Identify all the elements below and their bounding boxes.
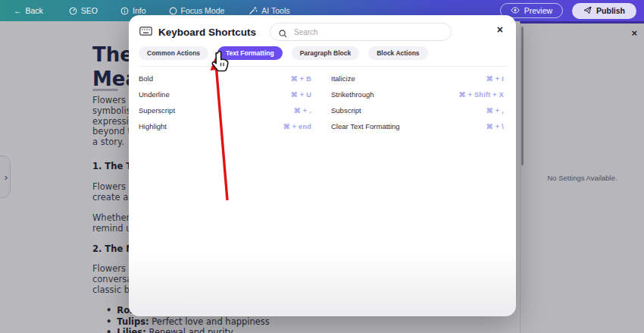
shortcut-list: Bold ⌘ + B Italicize ⌘ + I Underline ⌘ +… [139, 71, 504, 134]
shortcut-row-underline: Underline ⌘ + U [139, 86, 311, 102]
shortcut-row-strikethrough: Strikethrough ⌘ + Shift + X [331, 86, 504, 102]
info-icon [120, 7, 129, 15]
shortcut-action: Underline [139, 90, 170, 99]
modal-title: Keyboard Shortcuts [158, 27, 256, 38]
keyboard-shortcuts-modal: Keyboard Shortcuts × Common Actions Text… [129, 15, 516, 316]
ai-tools-button[interactable]: AI Tools [249, 6, 289, 15]
seo-label: SEO [81, 6, 98, 15]
shortcut-action: Highlight [139, 122, 167, 130]
shortcut-keys: ⌘ + Shift + X [459, 91, 504, 99]
paper-plane-icon [583, 6, 592, 16]
shortcut-row-subscript: Subscript ⌘ + , [331, 102, 504, 118]
focus-mode-label: Focus Mode [181, 6, 225, 15]
tab-common-actions[interactable]: Common Actions [139, 46, 208, 60]
info-label: Info [133, 6, 146, 15]
shortcut-row-highlight: Highlight ⌘ + end [139, 118, 311, 134]
shortcut-action: Italicize [331, 74, 355, 83]
shortcut-row-clear-formatting: Clear Text Formatting ⌘ + \ [331, 118, 504, 134]
shortcut-keys: ⌘ + \ [486, 123, 504, 130]
modal-title-group: Keyboard Shortcuts [139, 25, 256, 39]
tab-text-formatting[interactable]: Text Formatting [217, 46, 283, 60]
search-input[interactable] [270, 23, 452, 41]
publish-label: Publish [596, 6, 625, 15]
ai-tools-label: AI Tools [261, 6, 289, 15]
shortcut-action: Superscript [139, 106, 175, 115]
seo-button[interactable]: SEO [69, 6, 98, 15]
focus-mode-icon [169, 7, 177, 15]
modal-close-icon[interactable]: × [497, 24, 503, 35]
tab-paragraph-block[interactable]: Paragraph Block [292, 46, 360, 60]
search-icon [279, 27, 287, 41]
shortcut-keys: ⌘ + U [291, 91, 311, 99]
keyboard-icon [139, 25, 152, 39]
back-button[interactable]: ← Back [14, 6, 43, 15]
shortcut-row-bold: Bold ⌘ + B [139, 71, 311, 86]
shortcut-action: Bold [139, 74, 153, 83]
shortcut-action: Subscript [331, 106, 361, 115]
tab-block-actions[interactable]: Block Actions [368, 46, 427, 60]
shortcut-row-superscript: Superscript ⌘ + . [139, 102, 311, 118]
shortcut-row-italicize: Italicize ⌘ + I [331, 71, 504, 86]
shortcut-action: Strikethrough [331, 90, 374, 99]
shortcut-keys: ⌘ + , [486, 107, 504, 115]
seo-icon [69, 7, 77, 15]
preview-label: Preview [524, 6, 552, 15]
shortcut-keys: ⌘ + . [294, 107, 311, 115]
back-label: Back [26, 6, 43, 15]
shortcut-action: Clear Text Formatting [331, 122, 400, 130]
ai-tools-wand-icon [249, 6, 258, 15]
shortcut-keys: ⌘ + I [486, 75, 504, 83]
info-button[interactable]: Info [120, 6, 146, 15]
shortcut-keys: ⌘ + end [283, 123, 311, 130]
tabs-divider [139, 66, 506, 67]
shortcut-keys: ⌘ + B [291, 75, 311, 83]
eye-icon [511, 6, 520, 15]
toolbar-right-group: Preview Publish [500, 3, 636, 19]
focus-mode-button[interactable]: Focus Mode [169, 6, 225, 15]
shortcut-tabs: Common Actions Text Formatting Paragraph… [139, 46, 428, 60]
shortcut-search [270, 23, 452, 41]
publish-button[interactable]: Publish [572, 3, 636, 19]
back-arrow-icon: ← [14, 6, 22, 15]
